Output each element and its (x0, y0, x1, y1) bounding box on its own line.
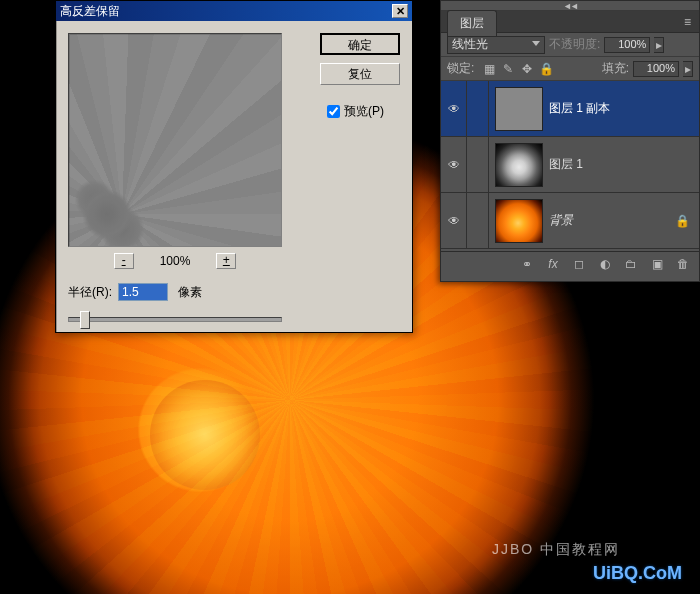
visibility-toggle[interactable]: 👁 (441, 137, 467, 192)
filter-preview[interactable] (68, 33, 282, 247)
zoom-in-button[interactable]: + (216, 253, 236, 269)
layer-row[interactable]: 👁 图层 1 (441, 137, 699, 193)
dialog-titlebar[interactable]: 高反差保留 ✕ (56, 1, 412, 21)
layer-row[interactable]: 👁 背景 🔒 (441, 193, 699, 249)
visibility-toggle[interactable]: 👁 (441, 193, 467, 248)
link-column[interactable] (467, 193, 489, 248)
lock-fill-row: 锁定: ▦ ✎ ✥ 🔒 填充: 100% ▸ (441, 57, 699, 81)
trash-icon[interactable]: 🗑 (675, 257, 691, 271)
radius-slider-thumb[interactable] (80, 311, 90, 329)
blend-opacity-row: 线性光 不透明度: 100% ▸ (441, 33, 699, 57)
layer-thumbnail[interactable] (495, 87, 543, 131)
ok-button[interactable]: 确定 (320, 33, 400, 55)
opacity-input[interactable]: 100% (604, 37, 650, 53)
adjustment-icon[interactable]: ◐ (597, 257, 613, 271)
panel-tabs: 图层 ≡ (441, 11, 699, 33)
panel-footer: ⚭ fx ◻ ◐ 🗀 ▣ 🗑 (441, 251, 699, 275)
preview-checkbox[interactable] (327, 105, 340, 118)
reset-button[interactable]: 复位 (320, 63, 400, 85)
new-layer-icon[interactable]: ▣ (649, 257, 665, 271)
lock-pixels-icon[interactable]: ✎ (501, 62, 515, 76)
opacity-dropdown-icon[interactable]: ▸ (654, 37, 664, 53)
layer-name[interactable]: 图层 1 (549, 156, 699, 173)
watermark-main: UiBQ.CoM (593, 563, 682, 584)
radius-row: 半径(R): 1.5 像素 (68, 283, 400, 301)
mask-icon[interactable]: ◻ (571, 257, 587, 271)
chevron-down-icon (532, 41, 540, 49)
link-column[interactable] (467, 137, 489, 192)
lock-icon: 🔒 (673, 214, 691, 228)
opacity-label: 不透明度: (549, 36, 600, 53)
link-layers-icon[interactable]: ⚭ (519, 257, 535, 271)
layer-thumbnail[interactable] (495, 199, 543, 243)
close-button[interactable]: ✕ (392, 4, 408, 18)
blend-mode-value: 线性光 (452, 36, 488, 53)
layer-thumbnail[interactable] (495, 143, 543, 187)
layer-name[interactable]: 图层 1 副本 (549, 100, 699, 117)
tab-layers[interactable]: 图层 (447, 10, 497, 36)
panel-menu-icon[interactable]: ≡ (676, 15, 699, 29)
blend-mode-select[interactable]: 线性光 (447, 36, 545, 54)
group-icon[interactable]: 🗀 (623, 257, 639, 271)
lock-position-icon[interactable]: ✥ (520, 62, 534, 76)
radius-input[interactable]: 1.5 (118, 283, 168, 301)
fx-icon[interactable]: fx (545, 257, 561, 271)
fill-label: 填充: (602, 60, 629, 77)
preview-checkbox-wrapper[interactable]: 预览(P) (327, 103, 384, 120)
zoom-out-button[interactable]: - (114, 253, 134, 269)
layers-panel: ◄◄ 图层 ≡ 线性光 不透明度: 100% ▸ 锁定: ▦ ✎ ✥ 🔒 填充:… (440, 0, 700, 282)
zoom-level: 100% (152, 254, 199, 268)
radius-unit: 像素 (178, 284, 202, 301)
layer-row[interactable]: 👁 图层 1 副本 (441, 81, 699, 137)
lock-label: 锁定: (447, 60, 474, 77)
link-column[interactable] (467, 81, 489, 136)
watermark-sub: JJBO 中国教程网 (492, 541, 620, 559)
dialog-title: 高反差保留 (60, 1, 120, 21)
dialog-body: - 100% + 半径(R): 1.5 像素 确定 复位 预览(P) (56, 21, 412, 332)
lock-icons-group: ▦ ✎ ✥ 🔒 (482, 62, 553, 76)
fill-input[interactable]: 100% (633, 61, 679, 77)
radius-slider[interactable] (68, 309, 282, 327)
preview-checkbox-label: 预览(P) (344, 103, 384, 120)
layers-list: 👁 图层 1 副本 👁 图层 1 👁 背景 🔒 (441, 81, 699, 249)
layer-name[interactable]: 背景 (549, 212, 673, 229)
fill-dropdown-icon[interactable]: ▸ (683, 61, 693, 77)
lock-transparent-icon[interactable]: ▦ (482, 62, 496, 76)
high-pass-dialog: 高反差保留 ✕ - 100% + 半径(R): 1.5 像素 确定 复位 预览(… (55, 0, 413, 333)
visibility-toggle[interactable]: 👁 (441, 81, 467, 136)
radius-label: 半径(R): (68, 284, 112, 301)
zoom-controls: - 100% + (68, 253, 282, 269)
lock-all-icon[interactable]: 🔒 (539, 62, 553, 76)
